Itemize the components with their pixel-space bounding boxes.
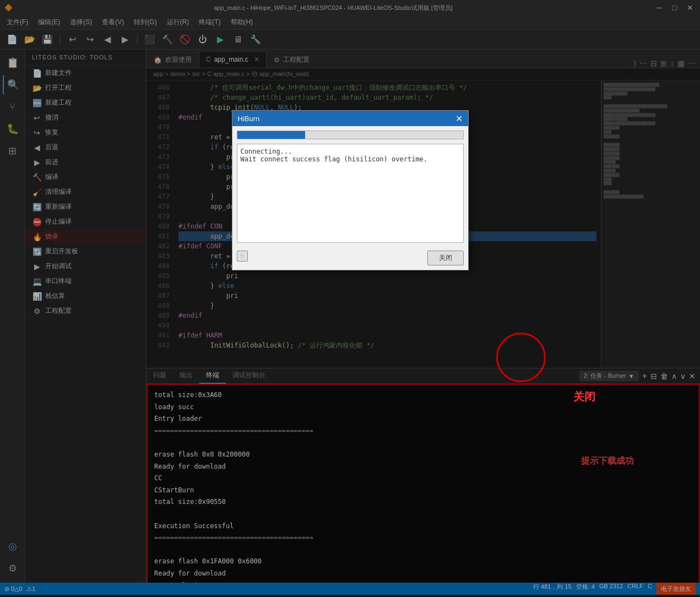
- hiburn-dialog: HiBurn ✕ Connecting... Wait connect succ…: [232, 110, 469, 270]
- dialog-close-button[interactable]: ✕: [455, 113, 463, 124]
- dialog-line-1: Connecting...: [241, 148, 460, 155]
- dialog-overlay: HiBurn ✕ Connecting... Wait connect succ…: [0, 0, 700, 597]
- dialog-progress-inner: [237, 131, 305, 139]
- dialog-body: Connecting... Wait connect success flag …: [237, 144, 464, 243]
- dialog-line-2: Wait connect success flag (hisilicon) ov…: [241, 155, 460, 163]
- annotation-close-label: 关闭: [573, 389, 595, 404]
- dialog-title-bar: HiBurn ✕: [232, 111, 468, 126]
- dialog-title-text: HiBurn: [238, 115, 260, 123]
- dialog-close-btn[interactable]: 关闭: [427, 251, 464, 265]
- dialog-progress-bar: [237, 131, 464, 139]
- annotation-circle-close: [496, 333, 546, 382]
- dialog-footer: ▼ 关闭: [232, 247, 468, 270]
- dialog-scroll-down[interactable]: ▼: [237, 251, 248, 262]
